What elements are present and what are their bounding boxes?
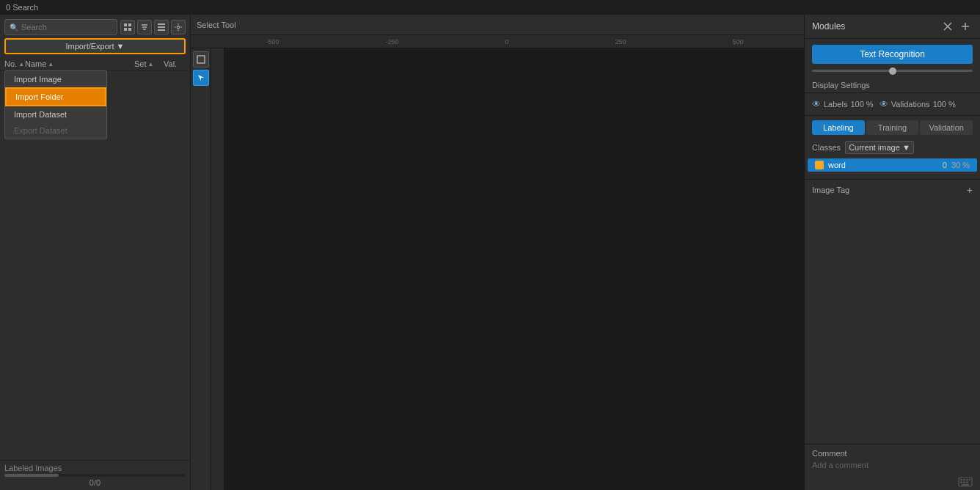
validations-display-item: 👁 Validations 100 % bbox=[880, 99, 956, 109]
svg-rect-25 bbox=[969, 479, 970, 480]
svg-rect-3 bbox=[128, 28, 131, 31]
class-pct-word: 30 % bbox=[951, 161, 970, 169]
export-dataset-item: Export Dataset bbox=[5, 122, 106, 139]
filter-icon-btn[interactable] bbox=[137, 20, 152, 34]
col-header-no[interactable]: No. ▲ bbox=[4, 59, 25, 68]
ruler-vertical bbox=[211, 48, 224, 490]
comment-section: Comment Add a comment bbox=[805, 444, 980, 474]
validations-eye-icon: 👁 bbox=[880, 99, 888, 109]
grid-view-icon-btn[interactable] bbox=[120, 20, 135, 34]
slider-thumb[interactable] bbox=[889, 67, 896, 75]
class-count-word: 0 bbox=[943, 161, 947, 169]
import-folder-item[interactable]: Import Folder bbox=[5, 87, 106, 106]
import-dataset-item[interactable]: Import Dataset bbox=[5, 106, 106, 122]
delete-module-btn[interactable] bbox=[940, 19, 955, 34]
labeled-images-label: Labeled Images bbox=[4, 464, 186, 472]
class-row-word[interactable]: word 0 30 % bbox=[808, 158, 977, 172]
tab-validation[interactable]: Validation bbox=[920, 120, 973, 135]
col-set-sort-icon: ▲ bbox=[148, 61, 154, 67]
tab-row: Labeling Training Validation bbox=[812, 120, 973, 135]
svg-rect-29 bbox=[962, 484, 969, 486]
search-input[interactable] bbox=[21, 23, 112, 32]
svg-point-13 bbox=[175, 26, 176, 28]
progress-bar-fill bbox=[4, 474, 59, 477]
tool-name: Select Tool bbox=[197, 21, 236, 29]
comment-input[interactable]: Add a comment bbox=[812, 461, 973, 469]
arrow-tool-btn[interactable] bbox=[193, 70, 209, 86]
col-no-label: No. bbox=[4, 59, 17, 68]
image-tag-title: Image Tag bbox=[812, 186, 849, 194]
import-export-label: Import/Export ▼ bbox=[66, 42, 125, 51]
labeled-images-footer: Labeled Images 0/0 bbox=[0, 460, 190, 490]
image-tag-section: Image Tag + bbox=[805, 179, 980, 200]
svg-point-10 bbox=[177, 26, 179, 28]
search-icon: 🔍 bbox=[10, 23, 18, 32]
classes-label: Classes bbox=[812, 143, 841, 152]
display-settings: 👁 Labels 100 % 👁 Validations 100 % bbox=[805, 93, 980, 116]
svg-rect-23 bbox=[963, 479, 965, 480]
settings-icon-btn[interactable] bbox=[171, 20, 186, 34]
top-bar-text: 0 Search bbox=[6, 3, 38, 12]
expand-tool-btn[interactable] bbox=[193, 51, 209, 67]
canvas-toolbar: Select Tool bbox=[191, 15, 804, 35]
search-bar: 🔍 bbox=[0, 15, 190, 38]
import-image-item[interactable]: Import Image bbox=[5, 71, 106, 87]
table-header: No. ▲ Name ▲ Set ▲ Val. bbox=[0, 57, 190, 71]
classes-row: Classes Current image ▼ bbox=[805, 138, 980, 157]
svg-rect-2 bbox=[124, 28, 127, 31]
ruler-h-inner: -500 -250 0 250 500 bbox=[205, 38, 804, 45]
canvas-body bbox=[191, 48, 804, 490]
select-tool-label: Select Tool bbox=[197, 21, 236, 29]
tab-labeling[interactable]: Labeling bbox=[812, 120, 865, 135]
svg-rect-0 bbox=[124, 23, 127, 26]
ruler-label-500: 500 bbox=[732, 38, 743, 45]
slider-track[interactable] bbox=[812, 70, 973, 72]
svg-point-11 bbox=[178, 23, 179, 25]
ruler-label-neg250: -250 bbox=[385, 38, 398, 45]
svg-rect-27 bbox=[963, 482, 965, 483]
add-module-btn[interactable] bbox=[958, 19, 973, 34]
list-icon-btn[interactable] bbox=[154, 20, 169, 34]
canvas-main[interactable] bbox=[224, 48, 804, 490]
keyboard-icon-btn[interactable] bbox=[805, 474, 980, 490]
svg-rect-15 bbox=[197, 56, 205, 63]
progress-bar bbox=[4, 474, 186, 477]
col-val-label: Val. bbox=[164, 59, 177, 68]
svg-point-12 bbox=[178, 29, 179, 31]
top-bar: 0 Search bbox=[0, 0, 980, 15]
validations-pct: 100 % bbox=[933, 100, 956, 109]
text-recognition-button[interactable]: Text Recognition bbox=[812, 45, 973, 64]
toolbar-icons bbox=[120, 20, 186, 34]
labels-label: Labels bbox=[824, 100, 847, 109]
svg-rect-28 bbox=[966, 482, 968, 483]
side-toolbar bbox=[191, 48, 211, 490]
svg-point-14 bbox=[180, 26, 182, 28]
canvas-area: Select Tool -500 -250 0 250 500 bbox=[191, 15, 804, 490]
add-image-tag-icon[interactable]: + bbox=[967, 184, 973, 196]
labels-display-item: 👁 Labels 100 % bbox=[812, 99, 874, 109]
image-tag-header: Image Tag + bbox=[805, 180, 980, 200]
current-image-select[interactable]: Current image ▼ bbox=[845, 141, 914, 154]
ruler-label-neg500: -500 bbox=[266, 38, 279, 45]
col-header-set[interactable]: Set ▲ bbox=[134, 59, 164, 68]
text-recognition-slider bbox=[805, 70, 980, 76]
tab-training[interactable]: Training bbox=[866, 120, 919, 135]
svg-rect-9 bbox=[158, 29, 165, 31]
import-export-button[interactable]: Import/Export ▼ bbox=[4, 38, 186, 54]
modules-title: Modules bbox=[812, 21, 845, 32]
main-layout: 🔍 Import/Export ▼ bbox=[0, 15, 980, 490]
svg-rect-26 bbox=[960, 482, 962, 483]
col-header-val[interactable]: Val. bbox=[164, 59, 186, 68]
display-settings-label: Display Settings bbox=[805, 76, 980, 93]
validations-label: Validations bbox=[891, 100, 930, 109]
current-image-label: Current image ▼ bbox=[849, 143, 910, 152]
col-set-label: Set bbox=[134, 59, 147, 68]
class-list: word 0 30 % bbox=[805, 157, 980, 173]
svg-rect-24 bbox=[966, 479, 968, 480]
ruler-horizontal: -500 -250 0 250 500 bbox=[191, 35, 804, 48]
left-panel: 🔍 Import/Export ▼ bbox=[0, 15, 191, 490]
search-input-wrap[interactable]: 🔍 bbox=[4, 19, 117, 35]
labels-eye-icon: 👁 bbox=[812, 99, 821, 109]
col-header-name[interactable]: Name ▲ bbox=[25, 59, 134, 68]
svg-rect-22 bbox=[960, 479, 962, 480]
